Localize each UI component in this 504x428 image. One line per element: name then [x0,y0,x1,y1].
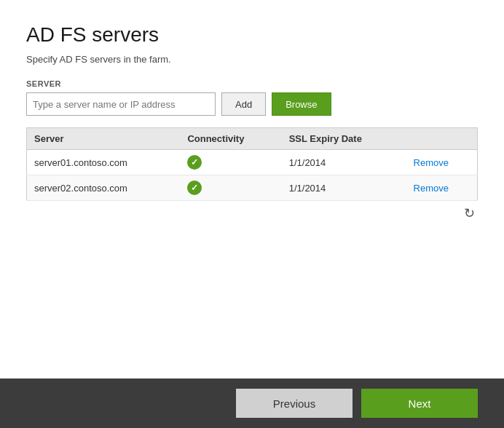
browse-button[interactable]: Browse [272,92,331,116]
page-title: AD FS servers [26,23,478,47]
footer-bar: Previous Next [0,379,504,428]
checkmark-icon: ✓ [187,181,202,195]
cell-server: server02.contoso.com [27,175,181,201]
cell-server: server01.contoso.com [27,150,181,175]
previous-button[interactable]: Previous [236,389,353,418]
col-action [406,128,478,150]
col-connectivity: Connectivity [180,128,281,150]
refresh-area: ↻ [26,201,478,221]
server-table: Server Connectivity SSL Expiry Date serv… [26,127,478,201]
cell-ssl-expiry: 1/1/2014 [282,175,406,201]
col-server: Server [27,128,181,150]
server-label: SERVER [26,79,478,88]
cell-ssl-expiry: 1/1/2014 [282,150,406,175]
checkmark-icon: ✓ [187,155,202,170]
col-ssl-expiry: SSL Expiry Date [282,128,406,150]
page-description: Specify AD FS servers in the farm. [26,54,478,65]
cell-connectivity: ✓ [180,175,281,201]
server-input[interactable] [26,92,216,116]
cell-action: Remove [406,175,478,201]
table-row: server01.contoso.com✓1/1/2014Remove [27,150,478,175]
add-button[interactable]: Add [221,92,266,116]
cell-action: Remove [406,150,478,175]
table-row: server02.contoso.com✓1/1/2014Remove [27,175,478,201]
remove-link[interactable]: Remove [414,183,449,194]
cell-connectivity: ✓ [180,150,281,175]
refresh-icon[interactable]: ↻ [464,205,475,221]
next-button[interactable]: Next [361,389,478,418]
remove-link[interactable]: Remove [414,157,449,168]
input-row: Add Browse [26,92,478,116]
main-content: AD FS servers Specify AD FS servers in t… [0,0,504,379]
table-header-row: Server Connectivity SSL Expiry Date [27,128,478,150]
